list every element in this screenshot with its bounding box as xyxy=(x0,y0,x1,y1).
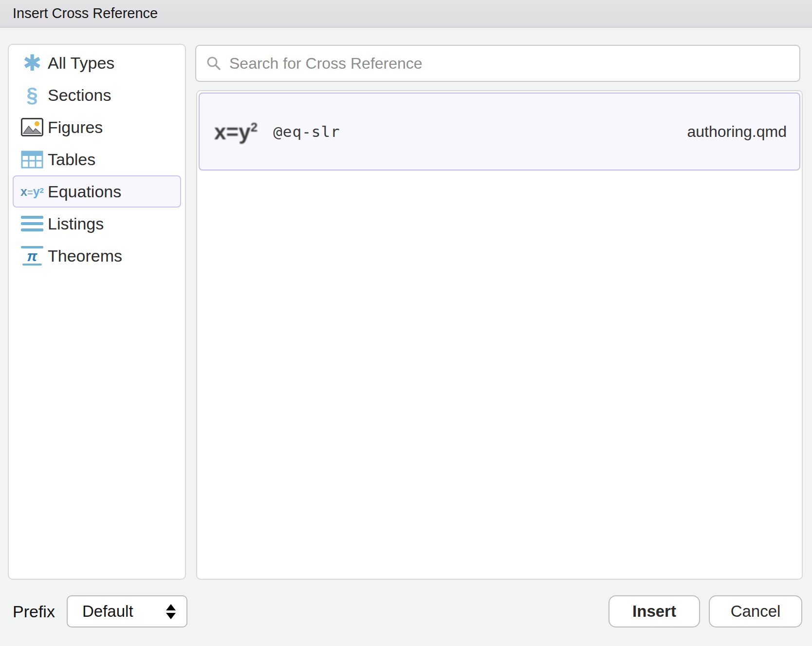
sidebar-item-tables[interactable]: Tables xyxy=(13,143,181,175)
table-icon xyxy=(19,150,45,169)
type-filter-sidebar: ✱ All Types § Sections Figures xyxy=(8,44,186,580)
sidebar-item-theorems[interactable]: π Theorems xyxy=(13,240,181,272)
sidebar-item-label: Figures xyxy=(48,118,103,137)
sidebar-item-label: Listings xyxy=(48,214,104,233)
insert-button[interactable]: Insert xyxy=(609,595,700,627)
search-input[interactable] xyxy=(229,55,790,73)
search-icon xyxy=(206,56,221,71)
sidebar-item-label: All Types xyxy=(48,54,114,73)
equation-icon: x=y2 xyxy=(19,186,45,198)
prefix-label: Prefix xyxy=(13,595,55,627)
sidebar-item-listings[interactable]: Listings xyxy=(13,208,181,240)
reference-id: @eq-slr xyxy=(273,123,340,140)
dialog-titlebar: Insert Cross Reference xyxy=(0,0,812,28)
asterisk-icon: ✱ xyxy=(19,52,45,74)
sidebar-item-all-types[interactable]: ✱ All Types xyxy=(13,47,181,79)
cross-reference-result-row[interactable]: x=y2 @eq-slr authoring.qmd xyxy=(199,93,800,171)
listing-icon xyxy=(19,216,45,231)
sidebar-item-label: Theorems xyxy=(48,247,122,266)
sidebar-item-label: Equations xyxy=(48,182,121,201)
reference-file: authoring.qmd xyxy=(687,123,787,141)
theorem-icon: π xyxy=(19,246,45,266)
sidebar-item-label: Tables xyxy=(48,150,95,169)
figure-icon xyxy=(19,118,45,136)
prefix-select[interactable]: Default xyxy=(67,595,187,627)
prefix-select-value: Default xyxy=(82,602,133,621)
section-icon: § xyxy=(19,85,45,105)
dialog-title: Insert Cross Reference xyxy=(0,0,158,27)
equation-icon: x=y2 xyxy=(214,121,258,143)
sidebar-item-equations[interactable]: x=y2 Equations xyxy=(13,175,181,208)
sidebar-item-figures[interactable]: Figures xyxy=(13,111,181,143)
insert-cross-reference-dialog: Insert Cross Reference ✱ All Types § Sec… xyxy=(0,0,812,646)
select-arrows-icon xyxy=(166,604,176,619)
cancel-button[interactable]: Cancel xyxy=(709,595,802,627)
sidebar-item-sections[interactable]: § Sections xyxy=(13,79,181,111)
results-panel: x=y2 @eq-slr authoring.qmd xyxy=(196,90,803,580)
search-box xyxy=(195,45,800,82)
sidebar-item-label: Sections xyxy=(48,86,111,105)
